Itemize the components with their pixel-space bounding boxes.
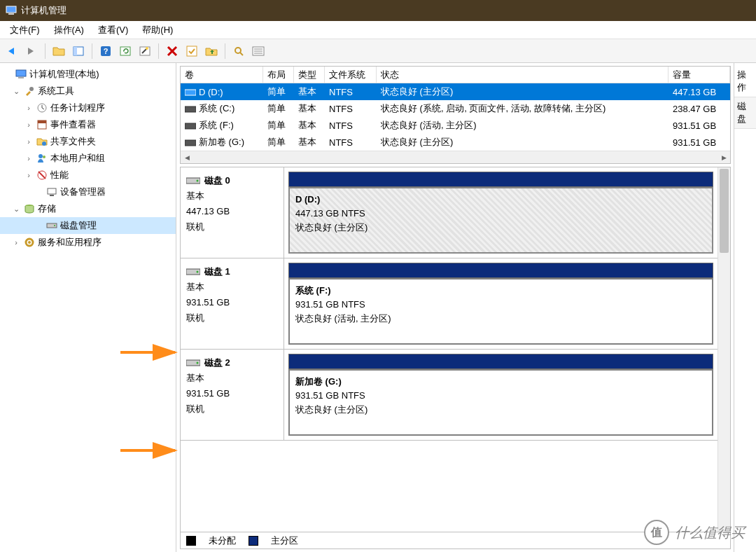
help-button[interactable]: ? (97, 42, 115, 60)
storage-icon (24, 203, 35, 214)
explorer-button[interactable] (50, 42, 68, 60)
volume-fs: NTFS (325, 102, 377, 116)
chevron-right-icon[interactable]: › (11, 238, 21, 247)
disk-row[interactable]: 磁盘 0基本447.13 GB联机D (D:)447.13 GB NTFS状态良… (181, 167, 718, 258)
volume-layout: 简单 (263, 134, 294, 150)
volume-table-header: 卷 布局 类型 文件系统 状态 容量 (181, 67, 730, 83)
check-icon (186, 46, 197, 57)
tree-root[interactable]: 计算机管理(本地) (0, 66, 176, 83)
menu-action[interactable]: 操作(A) (47, 22, 91, 39)
svg-point-21 (29, 87, 34, 91)
menu-help[interactable]: 帮助(H) (135, 22, 180, 39)
tree-label: 系统工具 (38, 85, 74, 97)
list-button[interactable] (249, 42, 267, 60)
drive-icon (185, 139, 196, 147)
disk-size: 447.13 GB (186, 204, 278, 219)
disk-info: 磁盘 2基本931.51 GB联机 (181, 350, 284, 440)
tree-label: 共享文件夹 (50, 135, 96, 148)
chevron-down-icon[interactable]: ⌄ (11, 205, 21, 214)
col-layout[interactable]: 布局 (263, 67, 294, 83)
tree-label: 服务和应用程序 (38, 236, 102, 249)
chevron-down-icon[interactable]: ⌄ (11, 87, 21, 96)
col-capacity[interactable]: 容量 (668, 67, 730, 83)
partition-block[interactable]: 新加卷 (G:)931.51 GB NTFS状态良好 (主分区) (288, 369, 713, 436)
chevron-right-icon[interactable]: › (24, 154, 34, 163)
svg-point-42 (197, 180, 199, 182)
wizard-button[interactable] (136, 42, 154, 60)
svg-rect-20 (18, 77, 24, 78)
partition-size: 931.51 GB NTFS (295, 298, 706, 312)
chevron-right-icon[interactable]: › (24, 137, 34, 146)
tree-label: 性能 (50, 169, 69, 181)
col-filesystem[interactable]: 文件系统 (325, 67, 377, 83)
tree-devicemgr[interactable]: 设备管理器 (0, 184, 176, 200)
tree-eventviewer[interactable]: › 事件查看器 (0, 116, 176, 133)
chevron-right-icon[interactable]: › (24, 171, 34, 179)
svg-rect-30 (48, 188, 56, 194)
tree-storage[interactable]: ⌄ 存储 (0, 200, 176, 217)
col-volume[interactable]: 卷 (181, 67, 263, 83)
delete-button[interactable] (163, 42, 181, 60)
folder-up-button[interactable] (202, 42, 220, 60)
disk-info: 磁盘 0基本447.13 GB联机 (181, 167, 284, 258)
volume-table-body[interactable]: D (D:)简单基本NTFS状态良好 (主分区)447.13 GB系统 (C:)… (181, 83, 730, 151)
svg-rect-1 (8, 13, 14, 15)
scrollbar-thumb[interactable] (720, 169, 729, 253)
svg-rect-37 (185, 90, 196, 95)
col-status[interactable]: 状态 (377, 67, 668, 83)
tree-systools[interactable]: ⌄ 系统工具 (0, 83, 176, 99)
svg-rect-24 (38, 120, 46, 123)
svg-rect-6 (120, 47, 130, 55)
disk-row[interactable]: 磁盘 2基本931.51 GB联机新加卷 (G:)931.51 GB NTFS状… (181, 350, 718, 441)
chevron-right-icon[interactable]: › (24, 104, 34, 112)
panel-button[interactable] (69, 42, 88, 60)
legend: 未分配 主分区 (181, 532, 730, 548)
disk-type: 基本 (186, 280, 278, 295)
svg-rect-19 (16, 70, 26, 76)
volume-row[interactable]: 系统 (C:)简单基本NTFS状态良好 (系统, 启动, 页面文件, 活动, 故… (181, 100, 730, 117)
partition-block[interactable]: 系统 (F:)931.51 GB NTFS状态良好 (活动, 主分区) (288, 278, 713, 345)
menu-file[interactable]: 文件(F) (3, 22, 47, 39)
scroll-right-button[interactable]: ▶ (718, 151, 730, 164)
volume-row[interactable]: 新加卷 (G:)简单基本NTFS状态良好 (主分区)931.51 GB (181, 134, 730, 151)
tree-localusers[interactable]: › 本地用户和组 (0, 150, 176, 167)
disk-name: 磁盘 1 (204, 264, 230, 280)
legend-label-primary: 主分区 (271, 534, 298, 547)
actions-row[interactable]: 磁盘 (734, 97, 756, 129)
svg-rect-39 (185, 123, 196, 129)
search-button[interactable] (230, 42, 248, 60)
col-type[interactable]: 类型 (294, 67, 325, 83)
tree-sharedfolders[interactable]: › 共享文件夹 (0, 133, 176, 150)
nav-tree[interactable]: 计算机管理(本地) ⌄ 系统工具 › 任务计划程序 › 事件查看器 › 共享文件… (0, 63, 176, 552)
back-button[interactable] (3, 42, 21, 60)
svg-point-44 (197, 271, 199, 273)
performance-icon (36, 170, 48, 181)
volume-layout: 简单 (263, 118, 294, 133)
actions-pane: 操作 磁盘 (734, 63, 756, 552)
svg-point-36 (28, 241, 31, 244)
vertical-scrollbar[interactable] (718, 167, 730, 534)
partition-status: 状态良好 (活动, 主分区) (295, 312, 706, 326)
disk-row[interactable]: 磁盘 1基本931.51 GB联机系统 (F:)931.51 GB NTFS状态… (181, 258, 718, 350)
tree-services[interactable]: › 服务和应用程序 (0, 234, 176, 251)
users-icon (36, 153, 48, 164)
chevron-right-icon[interactable]: › (24, 120, 34, 129)
tree-label: 磁盘管理 (60, 219, 97, 232)
horizontal-scrollbar[interactable]: ◀ ▶ (181, 151, 730, 163)
tree-performance[interactable]: › 性能 (0, 167, 176, 184)
tree-taskscheduler[interactable]: › 任务计划程序 (0, 99, 176, 116)
tree-label: 存储 (38, 202, 56, 215)
refresh-button[interactable] (116, 42, 134, 60)
forward-button[interactable] (22, 42, 41, 60)
wand-icon (139, 46, 151, 57)
disk-state: 联机 (186, 401, 278, 417)
tree-label: 本地用户和组 (50, 152, 105, 165)
partition-block[interactable]: D (D:)447.13 GB NTFS状态良好 (主分区) (288, 187, 713, 254)
event-icon (36, 119, 48, 130)
scroll-left-button[interactable]: ◀ (181, 151, 193, 164)
menu-view[interactable]: 查看(V) (91, 22, 135, 39)
tree-diskmgmt[interactable]: 磁盘管理 (0, 217, 176, 234)
volume-row[interactable]: D (D:)简单基本NTFS状态良好 (主分区)447.13 GB (181, 83, 730, 100)
check-button[interactable] (183, 42, 201, 60)
volume-row[interactable]: 系统 (F:)简单基本NTFS状态良好 (活动, 主分区)931.51 GB (181, 117, 730, 134)
